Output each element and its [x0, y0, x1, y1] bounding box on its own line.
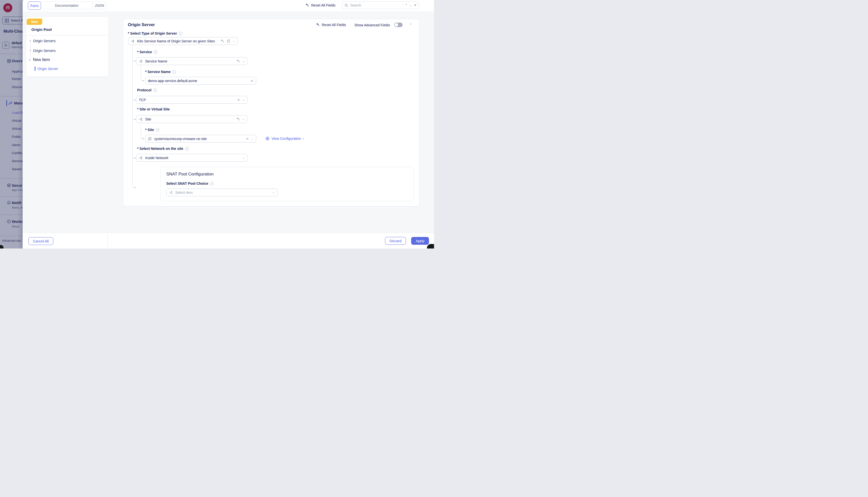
origin-server-card: Origin Server Reset All Fields Show Adva… — [123, 19, 419, 206]
tree-connector-line — [141, 123, 141, 139]
info-icon[interactable]: i — [156, 128, 159, 132]
tree-bullet — [30, 50, 31, 51]
reset-all-fields-top-button[interactable]: Reset All Fields — [305, 2, 335, 9]
chevron-down-icon[interactable]: ⌄ — [242, 156, 244, 159]
search-close-icon[interactable]: ✕ — [414, 3, 417, 7]
snat-choice-label: Select SNAT Pool Choice i — [166, 182, 214, 185]
info-icon[interactable]: i — [172, 70, 176, 74]
chevron-down-icon[interactable]: ⌄ — [242, 98, 244, 101]
connector-dot — [135, 60, 136, 62]
connector-dot — [135, 157, 136, 159]
tree-item-origin-servers-1[interactable]: Origin Servers — [33, 39, 56, 43]
search-next-icon[interactable]: ⌄ — [409, 3, 412, 7]
chevron-down-icon[interactable]: ⌄ — [251, 137, 253, 140]
apply-button[interactable]: Apply — [411, 237, 429, 245]
clear-icon[interactable]: ✕ — [237, 98, 240, 102]
site-group-field-label: * Site or Virtual Site — [137, 107, 170, 111]
info-icon[interactable]: i — [185, 147, 189, 151]
config-tree-panel: New Origin Pool Origin Servers Origin Se… — [26, 17, 109, 76]
chevron-down-icon[interactable]: ⌄ — [242, 118, 244, 120]
connector-dot — [135, 187, 136, 188]
info-icon[interactable]: i — [154, 50, 157, 54]
discard-label: Discard — [390, 239, 401, 243]
site-label-text: * Site — [145, 128, 154, 132]
snat-pool-select[interactable]: Select item ⌄ — [166, 188, 278, 196]
branch-icon — [139, 117, 143, 121]
tree-item-origin-server[interactable]: Origin Server — [38, 67, 58, 71]
connector-dot — [135, 99, 136, 101]
site-field-label: * Site i — [145, 128, 159, 132]
clear-icon[interactable]: ✕ — [250, 79, 253, 83]
chevron-down-icon[interactable]: ⌄ — [272, 191, 275, 194]
tree-item-origin-servers-2[interactable]: Origin Servers — [33, 49, 56, 53]
show-advanced-fields-label: Show Advanced Fields — [354, 23, 390, 27]
site-group-value: Site — [145, 117, 234, 121]
footer-divider — [108, 234, 108, 248]
snat-choice-label-text: Select SNAT Pool Choice — [166, 182, 208, 185]
undo-icon — [316, 23, 320, 27]
search-icon — [344, 3, 348, 7]
origin-server-type-value: K8s Service Name of Origin Server on giv… — [137, 39, 218, 43]
refresh-icon[interactable] — [226, 39, 230, 43]
tree-collapse-notch[interactable] — [32, 34, 34, 37]
service-name-field-label: * Service Name i — [145, 70, 176, 74]
snat-pool-placeholder: Select item — [175, 190, 270, 195]
cancel-all-label: Cancel All — [33, 239, 48, 243]
reset-all-fields-card-label: Reset All Fields — [322, 23, 346, 27]
discard-button[interactable]: Discard — [385, 237, 406, 245]
service-name-input[interactable]: demo-app-service.default:acme ✕ — [145, 77, 256, 85]
search-prev-icon[interactable]: ⌃ — [405, 3, 408, 7]
connector-dot — [135, 119, 136, 120]
undo-icon[interactable] — [220, 39, 224, 43]
origin-pool-modal: Form Documentation JSON Reset All Fields… — [23, 0, 434, 248]
show-advanced-fields-toggle[interactable] — [394, 23, 403, 27]
tab-form[interactable]: Form — [28, 1, 41, 10]
modal-overlay — [0, 0, 23, 248]
view-configuration-link[interactable]: View Configuration › — [265, 137, 304, 141]
network-select[interactable]: Inside Network ⌄ — [136, 154, 247, 162]
reset-all-fields-card-button[interactable]: Reset All Fields — [316, 23, 346, 27]
modal-footer: Cancel All Discard Apply — [23, 233, 434, 248]
service-name-label-text: * Service Name — [145, 70, 170, 74]
tree-bullet — [30, 40, 31, 41]
reset-all-fields-top-label: Reset All Fields — [311, 3, 335, 7]
connector-dash — [141, 139, 143, 139]
site-or-virtual-site-select[interactable]: Site ⌄ — [136, 115, 247, 123]
protocol-select[interactable]: TCP ✕ ⌄ — [136, 96, 247, 104]
info-icon[interactable]: i — [153, 88, 157, 92]
service-name-value: demo-app-service.default:acme — [148, 79, 248, 83]
connector-dash — [132, 119, 135, 119]
tab-json[interactable]: JSON — [93, 2, 106, 9]
new-badge: New — [27, 18, 42, 25]
tree-connector-line — [141, 65, 141, 81]
undo-icon[interactable] — [236, 59, 240, 63]
info-icon[interactable]: i — [179, 32, 183, 36]
undo-icon[interactable] — [236, 117, 240, 121]
eye-icon — [265, 137, 269, 141]
connector-dash — [132, 187, 135, 188]
info-icon[interactable]: i — [210, 182, 214, 185]
chevron-down-icon[interactable]: ⌄ — [233, 40, 235, 42]
service-value: Service Name — [145, 59, 234, 63]
clear-icon[interactable]: ✕ — [246, 137, 249, 141]
origin-server-type-select[interactable]: K8s Service Name of Origin Server on giv… — [128, 37, 238, 45]
site-value: system/acmecorp-vmware-ce-site — [154, 137, 243, 141]
tab-documentation[interactable]: Documentation — [41, 2, 93, 9]
protocol-value: TCP — [139, 98, 235, 102]
service-field-label: * Service i — [137, 50, 157, 54]
tree-item-new-item[interactable]: New Item — [33, 57, 50, 62]
service-select[interactable]: Service Name ⌄ — [136, 57, 247, 65]
tree-connector-line — [30, 39, 30, 59]
site-select[interactable]: system/acmecorp-vmware-ce-site ✕ ⌄ — [145, 135, 256, 143]
app-window: f5 Select W Multi-Clou D defaul Namesp O… — [0, 0, 434, 248]
network-field-label: * Select Network on the site i — [137, 146, 189, 151]
cancel-all-button[interactable]: Cancel All — [28, 237, 53, 245]
collapse-card-icon[interactable]: ⌃ — [409, 23, 412, 27]
toggle-knob — [395, 23, 398, 27]
chevron-down-icon[interactable]: ⌄ — [242, 60, 244, 62]
chevron-right-icon: › — [303, 137, 304, 141]
tree-active-bar — [35, 67, 36, 71]
branch-icon — [139, 156, 143, 160]
search-input[interactable]: Search ⌃ ⌄ ✕ — [342, 1, 419, 9]
view-configuration-label: View Configuration — [271, 137, 301, 141]
